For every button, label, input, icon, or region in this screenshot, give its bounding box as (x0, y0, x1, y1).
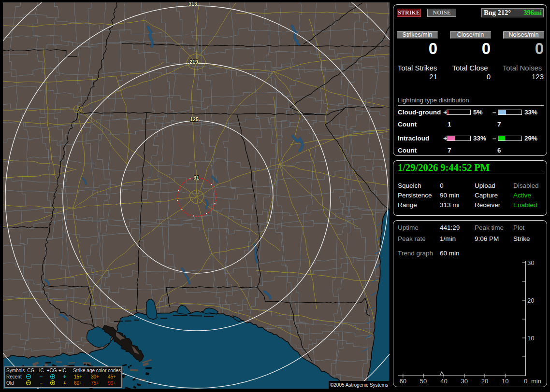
svg-text:30: 30 (461, 378, 467, 385)
svg-text:40: 40 (440, 378, 447, 385)
svg-text:20: 20 (527, 297, 534, 304)
svg-text:10: 10 (502, 378, 508, 385)
svg-text:min: min (531, 378, 541, 385)
svg-text:313: 313 (188, 2, 197, 7)
svg-text:50: 50 (420, 378, 427, 385)
svg-text:125: 125 (190, 116, 199, 122)
svg-text:10: 10 (527, 335, 534, 342)
svg-text:20: 20 (481, 378, 488, 385)
svg-text:219: 219 (189, 59, 198, 65)
svg-text:30: 30 (527, 259, 534, 266)
svg-text:60: 60 (400, 378, 406, 385)
svg-text:0: 0 (524, 378, 527, 385)
svg-text:31: 31 (193, 175, 199, 181)
